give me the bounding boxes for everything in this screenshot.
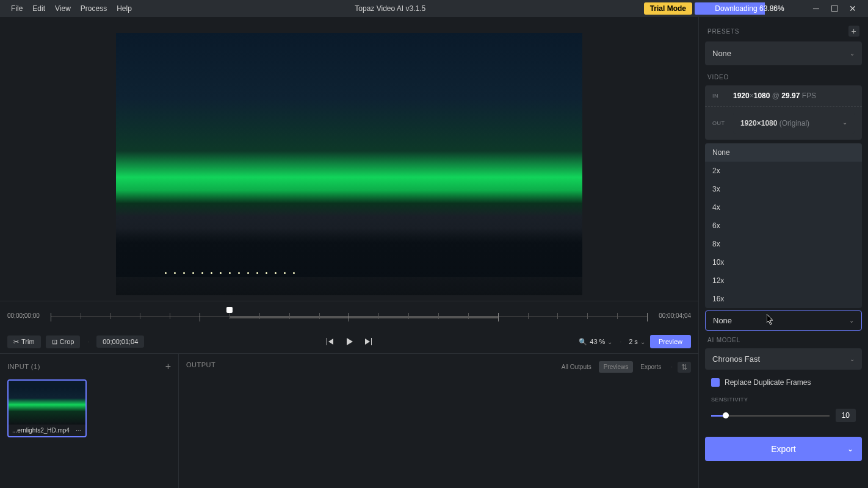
app-title: Topaz Video AI v3.1.5 xyxy=(137,4,644,13)
preview-duration[interactable]: 2 s⌄ xyxy=(629,338,645,345)
presets-label: PRESETS xyxy=(707,28,739,35)
trial-mode-badge: Trial Mode xyxy=(644,2,692,15)
menu-file[interactable]: File xyxy=(6,4,27,13)
step-forward-button[interactable] xyxy=(364,337,374,346)
menu-view[interactable]: View xyxy=(50,4,76,13)
scissors-icon: ✂ xyxy=(13,338,19,346)
video-label: VIDEO xyxy=(707,74,729,81)
current-timecode[interactable]: 00;00;01;04 xyxy=(96,336,144,348)
menu-edit[interactable]: Edit xyxy=(27,4,50,13)
cursor-icon xyxy=(767,314,775,325)
settings-sidebar: PRESETS+ None⌄ VIDEO IN 1920×1080 @ 29.9… xyxy=(698,17,868,488)
chevron-down-icon[interactable]: ⌄ xyxy=(847,445,853,453)
menu-help[interactable]: Help xyxy=(112,4,137,13)
crop-icon: ⊡ xyxy=(52,338,57,346)
title-bar: File Edit View Process Help Topaz Video … xyxy=(0,0,868,17)
scale-option-12x[interactable]: 12x xyxy=(705,271,862,290)
scale-option-6x[interactable]: 6x xyxy=(705,217,862,235)
tab-all-outputs[interactable]: All Outputs xyxy=(557,361,596,373)
add-input-button[interactable]: + xyxy=(165,361,171,372)
zoom-control[interactable]: 🔍43 %⌄ xyxy=(579,338,612,346)
playhead[interactable] xyxy=(226,307,233,313)
video-preview[interactable] xyxy=(116,33,582,295)
more-icon[interactable]: ⋯ xyxy=(76,427,82,434)
scale-option-8x[interactable]: 8x xyxy=(705,235,862,253)
thumbnail-image xyxy=(9,381,85,425)
checkbox-icon xyxy=(711,378,720,387)
controls-bar: ✂Trim ⊡Crop · 00;00;01;04 🔍43 %⌄ · 2 s⌄ … xyxy=(0,330,698,353)
export-button[interactable]: Export ⌄ xyxy=(705,437,862,461)
input-header: INPUT (1) xyxy=(7,363,40,370)
input-panel: INPUT (1) + ...ernlights2_HD.mp4⋯ xyxy=(0,354,179,488)
maximize-button[interactable]: ☐ xyxy=(825,4,844,13)
timeline-start: 00;00;00;00 xyxy=(7,312,40,319)
scale-option-4x[interactable]: 4x xyxy=(705,198,862,217)
magnifier-icon: 🔍 xyxy=(579,338,587,346)
in-label: IN xyxy=(712,93,727,99)
close-button[interactable]: ✕ xyxy=(844,4,862,13)
scale-option-none[interactable]: None xyxy=(705,143,862,162)
minimize-button[interactable]: ─ xyxy=(807,4,825,13)
crop-button[interactable]: ⊡Crop xyxy=(46,336,81,348)
scale-option-16x[interactable]: 16x xyxy=(705,290,862,308)
ai-model-label: AI MODEL xyxy=(707,337,740,343)
sensitivity-slider[interactable] xyxy=(711,415,830,417)
chevron-down-icon: ⌄ xyxy=(607,339,612,345)
timeline: 00;00;00;00 00;00;04;04 xyxy=(0,301,698,330)
output-header: OUTPUT xyxy=(186,361,215,368)
menu-process[interactable]: Process xyxy=(76,4,112,13)
sensitivity-value[interactable]: 10 xyxy=(836,409,856,422)
play-button[interactable] xyxy=(344,337,354,346)
tab-exports[interactable]: Exports xyxy=(635,361,666,373)
chevron-down-icon: ⌄ xyxy=(850,356,855,362)
preset-select[interactable]: None⌄ xyxy=(705,41,862,65)
video-info-card: IN 1920×1080 @ 29.97 FPS OUT 1920×1080 (… xyxy=(705,85,862,140)
chevron-down-icon: ⌄ xyxy=(850,50,855,57)
preview-button[interactable]: Preview xyxy=(650,335,691,348)
scale-select[interactable]: None⌄ xyxy=(705,310,862,331)
chevron-down-icon: ⌄ xyxy=(640,339,645,345)
timeline-end: 00;00;04;04 xyxy=(659,312,691,319)
add-preset-button[interactable]: + xyxy=(848,26,859,37)
sort-button[interactable]: ⇅ xyxy=(678,362,691,373)
preview-area xyxy=(0,17,698,301)
out-label: OUT xyxy=(712,120,727,126)
chevron-down-icon: ⌄ xyxy=(842,119,847,127)
replace-duplicate-frames-checkbox[interactable]: Replace Duplicate Frames xyxy=(699,370,868,390)
step-back-button[interactable] xyxy=(325,337,335,346)
input-thumbnail[interactable]: ...ernlights2_HD.mp4⋯ xyxy=(7,379,87,437)
thumbnail-filename: ...ernlights2_HD.mp4 xyxy=(12,427,70,434)
timeline-track[interactable] xyxy=(51,307,648,325)
scale-option-2x[interactable]: 2x xyxy=(705,162,862,180)
scale-option-3x[interactable]: 3x xyxy=(705,180,862,198)
chevron-down-icon: ⌄ xyxy=(849,317,854,324)
scale-dropdown-list: None 2x 3x 4x 6x 8x 10x 12x 16x xyxy=(705,143,862,308)
output-panel: OUTPUT All Outputs Previews Exports · ⇅ xyxy=(179,354,698,488)
trim-button[interactable]: ✂Trim xyxy=(7,336,41,348)
output-resolution-select[interactable]: 1920×1080 (Original)⌄ xyxy=(733,113,855,134)
scale-option-10x[interactable]: 10x xyxy=(705,253,862,271)
tab-previews[interactable]: Previews xyxy=(599,361,634,373)
sensitivity-label: SENSITIVITY xyxy=(711,396,748,403)
downloading-badge: Downloading 63.86% xyxy=(695,2,805,15)
ai-model-select[interactable]: Chronos Fast⌄ xyxy=(705,348,862,370)
